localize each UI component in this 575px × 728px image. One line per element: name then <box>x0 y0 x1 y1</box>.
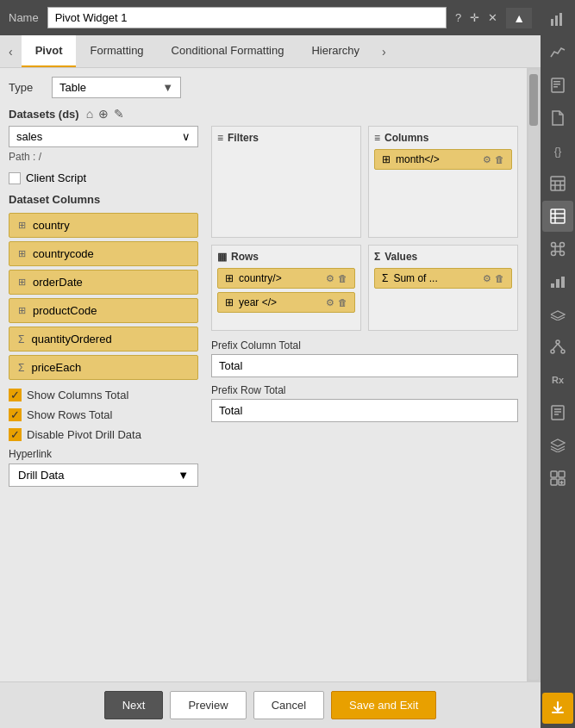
svg-rect-22 <box>556 279 559 288</box>
svg-rect-21 <box>551 283 554 288</box>
columns-box: ≡ Columns ⊞ month</> ⚙ 🗑 <box>368 126 518 238</box>
columns-item-settings-icon[interactable]: ⚙ <box>483 154 491 165</box>
save-exit-button[interactable]: Save and Exit <box>331 691 436 719</box>
list-item[interactable]: ⊞ orderDate <box>9 270 198 295</box>
scroll-thumb[interactable] <box>529 74 538 126</box>
rows-item1-icons: ⚙ 🗑 <box>326 297 347 308</box>
home-icon[interactable]: ⌂ <box>86 107 93 121</box>
tab-prev-button[interactable]: ‹ <box>0 38 22 65</box>
rows-item-grid-icon: ⊞ <box>225 272 234 284</box>
prefix-row-group: Prefix Row Total <box>211 384 518 422</box>
dataset-select[interactable]: sales ∨ <box>9 126 198 147</box>
sidebar-report2-icon[interactable] <box>542 397 573 428</box>
datasets-icons: ⌂ ⊕ ✎ <box>86 107 124 121</box>
widget-name-input[interactable] <box>47 7 447 28</box>
close-icon[interactable]: ✕ <box>488 11 497 24</box>
sidebar-chart-line-icon[interactable] <box>542 37 573 68</box>
help-icon[interactable]: ? <box>455 11 461 24</box>
svg-rect-0 <box>551 19 553 26</box>
rows-item0-settings-icon[interactable]: ⚙ <box>326 273 334 284</box>
sidebar-pivot-icon[interactable] <box>542 201 573 232</box>
rows-item0-delete-icon[interactable]: 🗑 <box>338 273 347 284</box>
svg-rect-3 <box>552 78 564 92</box>
sidebar-grid-plus-icon[interactable] <box>542 463 573 494</box>
sidebar-download-icon[interactable] <box>542 693 573 724</box>
svg-rect-4 <box>553 81 560 83</box>
values-item-name: Sum of ... <box>393 272 437 284</box>
drill-data-select[interactable]: Drill Data ▼ <box>9 464 198 487</box>
type-select[interactable]: Table ▼ <box>52 77 181 98</box>
svg-rect-34 <box>559 471 565 477</box>
svg-point-25 <box>551 350 554 353</box>
sidebar-report-icon[interactable] <box>542 70 573 101</box>
client-script-checkbox[interactable] <box>9 172 21 184</box>
disable-pivot-checkbox[interactable]: ✓ <box>9 428 22 441</box>
sidebar-rx-icon[interactable]: Rx <box>542 364 573 395</box>
values-item0-delete-icon[interactable]: 🗑 <box>495 273 504 284</box>
list-item[interactable]: Σ quantityOrdered <box>9 327 198 352</box>
svg-rect-29 <box>552 406 564 420</box>
sidebar-layers2-icon[interactable] <box>542 430 573 461</box>
tab-next-button[interactable]: › <box>373 38 395 65</box>
edit-dataset-icon[interactable]: ✎ <box>114 107 124 121</box>
rows-item0-icons: ⚙ 🗑 <box>326 273 347 284</box>
prefix-column-input[interactable] <box>211 354 518 377</box>
columns-item-month[interactable]: ⊞ month</> ⚙ 🗑 <box>374 149 512 170</box>
tab-formatting[interactable]: Formatting <box>76 35 157 67</box>
dataset-arrow: ∨ <box>182 130 191 143</box>
prefix-row-input[interactable] <box>211 399 518 422</box>
values-item0-settings-icon[interactable]: ⚙ <box>483 273 491 284</box>
columns-title: ≡ Columns <box>374 132 512 144</box>
show-rows-total-checkbox[interactable]: ✓ <box>9 408 22 421</box>
sidebar-code-icon[interactable]: {} <box>542 135 573 166</box>
svg-line-27 <box>553 344 558 350</box>
columns-item-name: month</> <box>396 153 440 165</box>
preview-button[interactable]: Preview <box>170 691 246 719</box>
prefix-row-label: Prefix Row Total <box>211 384 518 396</box>
sidebar-layers-icon[interactable] <box>542 299 573 330</box>
scrollable-content: Type Table ▼ Datasets (ds) ⌂ ⊕ ✎ <box>0 68 527 681</box>
main-panel: Name ? ✛ ✕ ▲ ‹ Pivot Formatting Conditio… <box>0 0 541 728</box>
sidebar-chart-bar-icon[interactable] <box>542 4 573 35</box>
show-columns-total-checkbox[interactable]: ✓ <box>9 389 22 401</box>
sidebar-network-icon[interactable] <box>542 332 573 363</box>
right-grid-top: ≡ Filters ≡ Columns <box>211 126 518 238</box>
list-item[interactable]: ⊞ countrycode <box>9 241 198 266</box>
list-item[interactable]: ⊞ productCode <box>9 298 198 323</box>
rows-item1-settings-icon[interactable]: ⚙ <box>326 297 334 308</box>
header: Name ? ✛ ✕ ▲ <box>0 0 541 35</box>
right-panel: ≡ Filters ≡ Columns <box>211 126 518 487</box>
sidebar-chart2-icon[interactable] <box>542 266 573 297</box>
tab-pivot[interactable]: Pivot <box>22 35 77 67</box>
name-label: Name <box>9 11 39 24</box>
tab-conditional-formatting[interactable]: Conditional Formatting <box>158 35 298 67</box>
move-icon[interactable]: ✛ <box>470 11 479 24</box>
svg-rect-20 <box>555 246 560 252</box>
sidebar-group-icon[interactable] <box>542 233 573 264</box>
upload-button[interactable]: ▲ <box>506 8 532 28</box>
values-item0-icons: ⚙ 🗑 <box>483 273 504 284</box>
next-button[interactable]: Next <box>104 691 164 719</box>
columns-item-delete-icon[interactable]: 🗑 <box>495 154 504 165</box>
rows-item-country[interactable]: ⊞ country/> ⚙ 🗑 <box>217 268 355 289</box>
rows-item-name: country/> <box>239 272 282 284</box>
cancel-button[interactable]: Cancel <box>253 691 324 719</box>
path-row: Path : / <box>9 151 203 163</box>
columns-item-grid-icon: ⊞ <box>382 153 391 165</box>
sidebar-table-icon[interactable] <box>542 168 573 199</box>
show-rows-total-label: Show Rows Total <box>27 408 112 421</box>
rows-item1-delete-icon[interactable]: 🗑 <box>338 297 347 308</box>
list-item[interactable]: Σ priceEach <box>9 355 198 380</box>
columns-item-icons: ⚙ 🗑 <box>483 154 504 165</box>
add-dataset-icon[interactable]: ⊕ <box>98 107 109 121</box>
sidebar-document-icon[interactable] <box>542 103 573 134</box>
rows-item-year[interactable]: ⊞ year </> ⚙ 🗑 <box>217 292 355 313</box>
list-item[interactable]: ⊞ country <box>9 213 198 238</box>
tab-hierarchy[interactable]: Hierarchy <box>297 35 373 67</box>
body-area: Type Table ▼ Datasets (ds) ⌂ ⊕ ✎ <box>0 68 541 681</box>
values-label: Values <box>384 251 417 263</box>
values-item-sum[interactable]: Σ Sum of ... ⚙ 🗑 <box>374 268 512 289</box>
scrollbar[interactable] <box>527 68 541 681</box>
scroll-track <box>528 70 539 680</box>
show-columns-total-row: ✓ Show Columns Total <box>9 389 203 401</box>
